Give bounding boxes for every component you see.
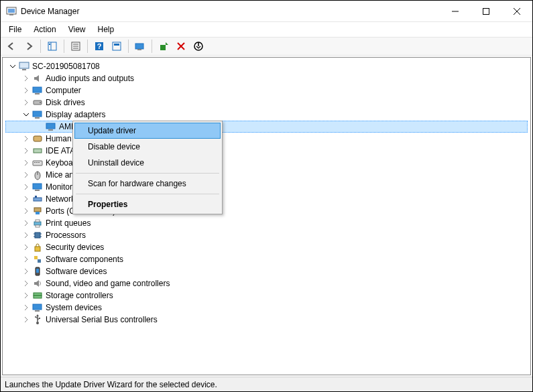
disable-button[interactable] [190, 38, 206, 54]
tree-node[interactable]: Software devices [5, 265, 528, 277]
chevron-right-icon[interactable] [21, 170, 31, 180]
back-button[interactable] [3, 38, 19, 54]
menu-action[interactable]: Action [28, 23, 61, 36]
tree-node[interactable]: Processors [5, 229, 528, 241]
statusbar: Launches the Update Driver Wizard for th… [1, 377, 532, 391]
chevron-right-icon[interactable] [21, 218, 31, 228]
storage-icon [32, 290, 43, 301]
menu-file[interactable]: File [3, 23, 27, 36]
titlebar: Device Manager [1, 1, 532, 22]
chevron-right-icon[interactable] [21, 158, 31, 168]
chevron-right-icon[interactable] [21, 315, 31, 324]
chevron-right-icon[interactable] [21, 267, 31, 276]
uninstall-button[interactable] [173, 38, 189, 54]
tree-node[interactable]: Security devices [5, 241, 528, 253]
svg-rect-38 [36, 162, 38, 163]
tree-root[interactable]: SC-201905081708 [5, 60, 528, 72]
context-menu-item-label: Update driver [88, 126, 136, 135]
chevron-right-icon[interactable] [21, 255, 31, 264]
menu-help[interactable]: Help [93, 23, 120, 36]
svg-rect-56 [35, 247, 40, 251]
svg-rect-32 [46, 123, 55, 129]
svg-point-29 [40, 102, 41, 103]
context-menu-disable-device[interactable]: Disable device [74, 139, 221, 155]
chevron-right-icon[interactable] [21, 206, 31, 216]
svg-rect-44 [34, 198, 42, 201]
tree-node-label: Universal Serial Bus controllers [46, 315, 158, 324]
menu-view[interactable]: View [63, 23, 91, 36]
chevron-right-icon[interactable] [21, 291, 31, 300]
svg-rect-37 [34, 162, 36, 163]
maximize-button[interactable] [471, 1, 501, 21]
svg-rect-61 [34, 293, 42, 296]
chevron-right-icon[interactable] [21, 182, 31, 192]
svg-rect-16 [113, 42, 121, 50]
svg-rect-2 [9, 14, 13, 15]
svg-rect-58 [38, 259, 41, 263]
chevron-right-icon[interactable] [21, 194, 31, 204]
chevron-right-icon[interactable] [21, 134, 31, 143]
minimize-button[interactable] [440, 1, 471, 21]
context-menu-update-driver[interactable]: Update driver [74, 123, 221, 139]
statusbar-text: Launches the Update Driver Wizard for th… [5, 380, 217, 389]
help-button[interactable]: ? [91, 38, 107, 54]
tree-node-label: System devices [46, 303, 102, 312]
tree-node[interactable]: Sound, video and game controllers [5, 277, 528, 289]
close-button[interactable] [501, 1, 532, 21]
update-driver-button[interactable] [156, 38, 172, 54]
chevron-right-icon[interactable] [21, 231, 31, 240]
tree-node[interactable]: Disk drives [5, 96, 528, 109]
computer-icon [32, 85, 43, 96]
lock-icon [32, 242, 43, 253]
mouse-icon [32, 170, 43, 180]
svg-rect-7 [48, 42, 56, 50]
device-tree-pane: SC-201905081708 Audio inputs and outputs… [2, 57, 531, 375]
tree-node-label: Security devices [46, 243, 104, 252]
chevron-right-icon[interactable] [21, 243, 31, 252]
svg-rect-42 [33, 184, 42, 189]
context-menu-uninstall-device[interactable]: Uninstall device [74, 155, 221, 171]
svg-rect-51 [35, 233, 40, 238]
context-menu: Update driver Disable device Uninstall d… [72, 121, 223, 214]
chevron-right-icon[interactable] [21, 74, 31, 83]
svg-rect-62 [34, 296, 42, 298]
tree-node[interactable]: Storage controllers [5, 289, 528, 302]
device-tree[interactable]: SC-201905081708 Audio inputs and outputs… [3, 58, 530, 328]
svg-rect-47 [36, 212, 40, 214]
cpu-icon [32, 230, 43, 241]
chevron-down-icon[interactable] [21, 110, 31, 119]
chevron-right-icon[interactable] [21, 279, 31, 288]
properties-button[interactable] [68, 38, 84, 54]
show-hide-tree-button[interactable] [44, 38, 60, 54]
svg-rect-48 [34, 222, 41, 225]
chevron-right-icon[interactable] [21, 146, 31, 155]
tree-node-display-adapters[interactable]: Display adapters [5, 109, 528, 121]
sound-icon [32, 278, 43, 289]
action-button[interactable] [109, 38, 125, 54]
svg-rect-24 [19, 62, 29, 68]
window-title: Device Manager [21, 7, 79, 16]
svg-rect-9 [49, 44, 50, 45]
chevron-right-icon[interactable] [21, 303, 31, 312]
chevron-right-icon[interactable] [21, 86, 31, 95]
tree-node[interactable]: Print queues [5, 217, 528, 229]
menubar: File Action View Help [1, 22, 532, 37]
tree-node[interactable]: Computer [5, 84, 528, 96]
svg-rect-46 [34, 208, 41, 212]
tree-node-label: Disk drives [46, 98, 85, 107]
tree-node[interactable]: Universal Serial Bus controllers [5, 314, 528, 326]
forward-button[interactable] [21, 38, 37, 54]
system-icon [32, 302, 43, 313]
tree-node[interactable]: Audio inputs and outputs [5, 72, 528, 84]
chevron-down-icon[interactable] [8, 62, 17, 71]
svg-rect-17 [114, 44, 119, 46]
svg-rect-4 [483, 8, 489, 14]
tree-node[interactable]: System devices [5, 302, 528, 314]
scan-hardware-button[interactable] [132, 38, 148, 54]
svg-rect-35 [34, 149, 42, 153]
tree-node[interactable]: Software components [5, 253, 528, 265]
tree-node-label: Software components [46, 255, 123, 264]
chevron-right-icon[interactable] [21, 98, 31, 107]
context-menu-properties[interactable]: Properties [74, 196, 221, 212]
context-menu-scan[interactable]: Scan for hardware changes [74, 176, 221, 192]
